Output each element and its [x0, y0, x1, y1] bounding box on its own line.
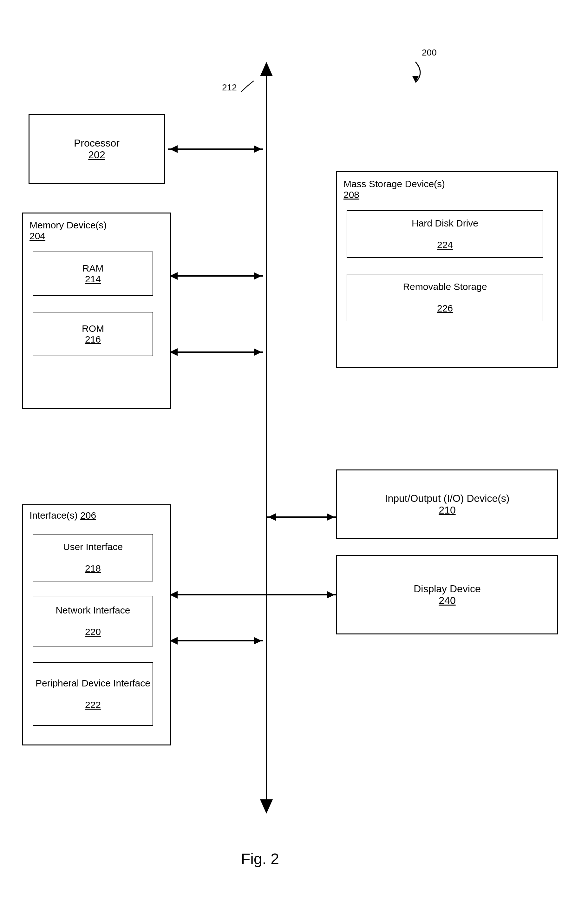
ram-ref: 214	[85, 274, 101, 284]
memory-devices-label: Memory Device(s)	[30, 220, 106, 230]
peripheral-ref: 222	[85, 699, 101, 710]
svg-marker-8	[254, 272, 262, 280]
io-devices-label: Input/Output (I/O) Device(s)	[385, 493, 509, 504]
svg-marker-14	[326, 513, 334, 521]
peripheral-label: Peripheral Device Interface	[35, 678, 151, 689]
svg-marker-17	[326, 591, 334, 599]
rom-ref: 216	[85, 334, 101, 345]
display-device-box: Display Device 240	[336, 555, 558, 634]
io-devices-ref: 210	[439, 504, 455, 516]
mass-storage-box: Mass Storage Device(s) 208 Hard Disk Dri…	[336, 171, 558, 368]
processor-label: Processor	[74, 137, 120, 149]
network-interface-label: Network Interface	[55, 605, 130, 616]
removable-storage-box: Removable Storage 226	[347, 274, 543, 321]
mass-storage-ref: 208	[344, 189, 359, 200]
interfaces-ref: 206	[80, 510, 96, 521]
svg-marker-20	[254, 637, 262, 645]
svg-marker-11	[254, 348, 262, 356]
rom-label: ROM	[82, 323, 104, 334]
svg-marker-1	[260, 62, 273, 76]
network-interface-ref: 220	[85, 627, 101, 637]
memory-devices-box: Memory Device(s) 204 RAM 214 ROM 216	[22, 213, 171, 409]
memory-devices-ref: 204	[30, 230, 45, 241]
hdd-label: Hard Disk Drive	[412, 218, 478, 229]
rom-box: ROM 216	[33, 312, 153, 356]
network-interface-box: Network Interface 220	[33, 596, 153, 646]
figure-label: Fig. 2	[241, 850, 279, 868]
hdd-ref: 224	[437, 240, 453, 250]
peripheral-box: Peripheral Device Interface 222	[33, 662, 153, 726]
display-device-ref: 240	[439, 595, 455, 607]
svg-marker-13	[268, 513, 276, 521]
diagram: 200 212 Processor 202 Memory Device(s) 2…	[0, 0, 588, 905]
ref-200-label: 200	[422, 48, 437, 58]
processor-box: Processor 202	[29, 114, 165, 184]
svg-marker-2	[260, 799, 273, 814]
interfaces-box: Interface(s) 206 User Interface 218 Netw…	[22, 504, 171, 745]
user-interface-ref: 218	[85, 563, 101, 574]
user-interface-label: User Interface	[63, 541, 123, 552]
hdd-box: Hard Disk Drive 224	[347, 210, 543, 258]
io-devices-box: Input/Output (I/O) Device(s) 210	[336, 470, 558, 539]
svg-marker-5	[254, 145, 262, 153]
interfaces-label: Interface(s)	[30, 510, 78, 521]
ram-label: RAM	[82, 263, 104, 274]
removable-ref: 226	[437, 303, 453, 314]
ram-box: RAM 214	[33, 252, 153, 296]
display-device-label: Display Device	[414, 583, 481, 595]
svg-marker-4	[170, 145, 178, 153]
ref-212-label: 212	[222, 83, 237, 93]
processor-ref: 202	[88, 149, 105, 161]
removable-label: Removable Storage	[403, 281, 487, 292]
mass-storage-label: Mass Storage Device(s)	[344, 179, 445, 189]
svg-marker-21	[412, 76, 418, 83]
user-interface-box: User Interface 218	[33, 534, 153, 581]
